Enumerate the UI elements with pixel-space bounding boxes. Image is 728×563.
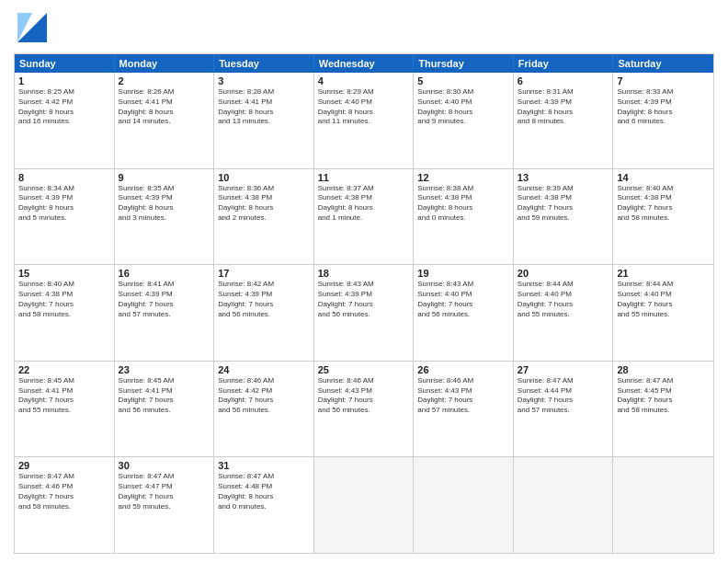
- day-number: 18: [318, 268, 410, 279]
- day-number: 8: [18, 172, 110, 183]
- calendar-cell: 2Sunrise: 8:26 AMSunset: 4:41 PMDaylight…: [115, 73, 215, 168]
- day-number: 12: [417, 172, 509, 183]
- cell-info: Sunrise: 8:30 AMSunset: 4:40 PMDaylight:…: [417, 87, 509, 127]
- calendar-cell: [314, 457, 415, 553]
- day-number: 6: [518, 75, 609, 86]
- calendar-row: 15Sunrise: 8:40 AMSunset: 4:38 PMDayligh…: [15, 265, 713, 362]
- day-number: 29: [18, 460, 110, 471]
- calendar-cell: 19Sunrise: 8:43 AMSunset: 4:40 PMDayligh…: [414, 265, 514, 361]
- day-number: 14: [617, 172, 710, 183]
- cell-info: Sunrise: 8:36 AMSunset: 4:38 PMDaylight:…: [218, 184, 310, 224]
- cal-header-day: Wednesday: [314, 54, 415, 73]
- cell-info: Sunrise: 8:40 AMSunset: 4:38 PMDaylight:…: [617, 184, 710, 224]
- calendar-cell: 16Sunrise: 8:41 AMSunset: 4:39 PMDayligh…: [115, 265, 215, 361]
- calendar-cell: 5Sunrise: 8:30 AMSunset: 4:40 PMDaylight…: [414, 73, 514, 168]
- cell-info: Sunrise: 8:44 AMSunset: 4:40 PMDaylight:…: [617, 280, 710, 319]
- calendar-cell: 29Sunrise: 8:47 AMSunset: 4:46 PMDayligh…: [15, 457, 115, 553]
- cell-info: Sunrise: 8:43 AMSunset: 4:39 PMDaylight:…: [318, 280, 410, 319]
- calendar-cell: 13Sunrise: 8:39 AMSunset: 4:38 PMDayligh…: [514, 169, 614, 265]
- cell-info: Sunrise: 8:40 AMSunset: 4:38 PMDaylight:…: [18, 280, 110, 319]
- calendar-cell: 10Sunrise: 8:36 AMSunset: 4:38 PMDayligh…: [214, 169, 314, 265]
- cal-header-day: Friday: [514, 54, 614, 73]
- cell-info: Sunrise: 8:47 AMSunset: 4:47 PMDaylight:…: [119, 472, 210, 511]
- calendar-cell: 4Sunrise: 8:29 AMSunset: 4:40 PMDaylight…: [314, 73, 415, 168]
- calendar-cell: 26Sunrise: 8:46 AMSunset: 4:43 PMDayligh…: [414, 362, 514, 457]
- cell-info: Sunrise: 8:45 AMSunset: 4:41 PMDaylight:…: [119, 376, 210, 416]
- calendar-cell: 31Sunrise: 8:47 AMSunset: 4:48 PMDayligh…: [214, 457, 314, 553]
- cell-info: Sunrise: 8:47 AMSunset: 4:46 PMDaylight:…: [18, 472, 110, 511]
- day-number: 25: [318, 364, 410, 375]
- cell-info: Sunrise: 8:42 AMSunset: 4:39 PMDaylight:…: [218, 280, 310, 319]
- cell-info: Sunrise: 8:37 AMSunset: 4:38 PMDaylight:…: [318, 184, 410, 224]
- cal-header-day: Saturday: [613, 54, 713, 73]
- day-number: 2: [119, 75, 210, 86]
- cal-header-day: Tuesday: [214, 54, 314, 73]
- calendar-cell: [414, 457, 514, 553]
- day-number: 4: [318, 75, 410, 86]
- day-number: 27: [518, 364, 609, 375]
- calendar-cell: [613, 457, 713, 553]
- day-number: 5: [417, 75, 509, 86]
- cell-info: Sunrise: 8:45 AMSunset: 4:41 PMDaylight:…: [18, 376, 110, 416]
- cell-info: Sunrise: 8:31 AMSunset: 4:39 PMDaylight:…: [518, 87, 609, 127]
- cal-header-day: Monday: [115, 54, 215, 73]
- logo: [14, 9, 52, 46]
- day-number: 21: [617, 268, 710, 279]
- cell-info: Sunrise: 8:46 AMSunset: 4:42 PMDaylight:…: [218, 376, 310, 416]
- day-number: 9: [119, 172, 210, 183]
- cell-info: Sunrise: 8:43 AMSunset: 4:40 PMDaylight:…: [417, 280, 509, 319]
- calendar: SundayMondayTuesdayWednesdayThursdayFrid…: [14, 53, 714, 554]
- calendar-cell: 22Sunrise: 8:45 AMSunset: 4:41 PMDayligh…: [15, 362, 115, 457]
- day-number: 11: [318, 172, 410, 183]
- cell-info: Sunrise: 8:25 AMSunset: 4:42 PMDaylight:…: [18, 87, 110, 127]
- cell-info: Sunrise: 8:46 AMSunset: 4:43 PMDaylight:…: [417, 376, 509, 416]
- day-number: 10: [218, 172, 310, 183]
- cell-info: Sunrise: 8:47 AMSunset: 4:44 PMDaylight:…: [518, 376, 609, 416]
- calendar-cell: 6Sunrise: 8:31 AMSunset: 4:39 PMDaylight…: [514, 73, 614, 168]
- calendar-body: 1Sunrise: 8:25 AMSunset: 4:42 PMDaylight…: [15, 73, 713, 553]
- cell-info: Sunrise: 8:46 AMSunset: 4:43 PMDaylight:…: [318, 376, 410, 416]
- day-number: 17: [218, 268, 310, 279]
- calendar-row: 1Sunrise: 8:25 AMSunset: 4:42 PMDaylight…: [15, 73, 713, 169]
- day-number: 22: [18, 364, 110, 375]
- calendar-cell: 28Sunrise: 8:47 AMSunset: 4:45 PMDayligh…: [613, 362, 713, 457]
- calendar-cell: 20Sunrise: 8:44 AMSunset: 4:40 PMDayligh…: [514, 265, 614, 361]
- day-number: 1: [18, 75, 110, 86]
- calendar-cell: 12Sunrise: 8:38 AMSunset: 4:38 PMDayligh…: [414, 169, 514, 265]
- calendar-cell: 7Sunrise: 8:33 AMSunset: 4:39 PMDaylight…: [613, 73, 713, 168]
- calendar-cell: 27Sunrise: 8:47 AMSunset: 4:44 PMDayligh…: [514, 362, 614, 457]
- calendar-cell: 11Sunrise: 8:37 AMSunset: 4:38 PMDayligh…: [314, 169, 415, 265]
- cell-info: Sunrise: 8:47 AMSunset: 4:45 PMDaylight:…: [617, 376, 710, 416]
- day-number: 15: [18, 268, 110, 279]
- day-number: 31: [218, 460, 310, 471]
- page: SundayMondayTuesdayWednesdayThursdayFrid…: [0, 0, 728, 563]
- calendar-cell: 15Sunrise: 8:40 AMSunset: 4:38 PMDayligh…: [15, 265, 115, 361]
- calendar-cell: 1Sunrise: 8:25 AMSunset: 4:42 PMDaylight…: [15, 73, 115, 168]
- calendar-row: 29Sunrise: 8:47 AMSunset: 4:46 PMDayligh…: [15, 457, 713, 553]
- day-number: 24: [218, 364, 310, 375]
- day-number: 16: [119, 268, 210, 279]
- cell-info: Sunrise: 8:28 AMSunset: 4:41 PMDaylight:…: [218, 87, 310, 127]
- day-number: 30: [119, 460, 210, 471]
- calendar-cell: 24Sunrise: 8:46 AMSunset: 4:42 PMDayligh…: [214, 362, 314, 457]
- day-number: 3: [218, 75, 310, 86]
- calendar-cell: 17Sunrise: 8:42 AMSunset: 4:39 PMDayligh…: [214, 265, 314, 361]
- cell-info: Sunrise: 8:33 AMSunset: 4:39 PMDaylight:…: [617, 87, 710, 127]
- calendar-row: 8Sunrise: 8:34 AMSunset: 4:39 PMDaylight…: [15, 169, 713, 266]
- calendar-cell: 21Sunrise: 8:44 AMSunset: 4:40 PMDayligh…: [613, 265, 713, 361]
- calendar-cell: 14Sunrise: 8:40 AMSunset: 4:38 PMDayligh…: [613, 169, 713, 265]
- calendar-cell: 8Sunrise: 8:34 AMSunset: 4:39 PMDaylight…: [15, 169, 115, 265]
- cell-info: Sunrise: 8:47 AMSunset: 4:48 PMDaylight:…: [218, 472, 310, 511]
- day-number: 20: [518, 268, 609, 279]
- cell-info: Sunrise: 8:29 AMSunset: 4:40 PMDaylight:…: [318, 87, 410, 127]
- header: [14, 9, 714, 46]
- calendar-cell: 25Sunrise: 8:46 AMSunset: 4:43 PMDayligh…: [314, 362, 415, 457]
- cell-info: Sunrise: 8:35 AMSunset: 4:39 PMDaylight:…: [119, 184, 210, 224]
- cell-info: Sunrise: 8:26 AMSunset: 4:41 PMDaylight:…: [119, 87, 210, 127]
- day-number: 7: [617, 75, 710, 86]
- day-number: 13: [518, 172, 609, 183]
- cal-header-day: Sunday: [15, 54, 115, 73]
- calendar-row: 22Sunrise: 8:45 AMSunset: 4:41 PMDayligh…: [15, 362, 713, 458]
- calendar-cell: 23Sunrise: 8:45 AMSunset: 4:41 PMDayligh…: [115, 362, 215, 457]
- calendar-header: SundayMondayTuesdayWednesdayThursdayFrid…: [15, 54, 713, 73]
